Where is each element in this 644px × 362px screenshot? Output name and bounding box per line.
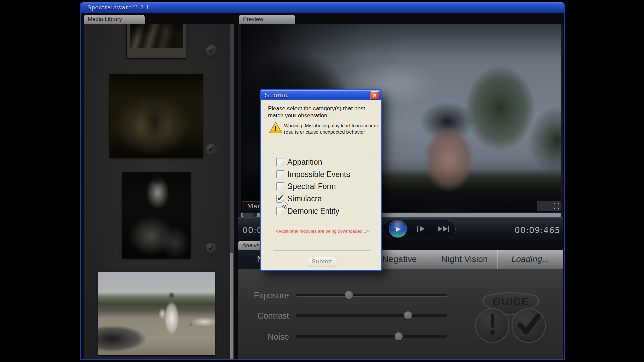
thumbnail-photo-4[interactable]	[98, 272, 215, 355]
option-label: Spectral Form	[287, 182, 336, 191]
submit-button[interactable]: Submit	[308, 257, 336, 266]
thumbnail-photo-3[interactable]	[122, 172, 190, 258]
thumbnail-photo-1[interactable]	[127, 24, 186, 58]
thumbnail-3-check-badge[interactable]: ✔	[206, 243, 217, 254]
skip-to-end-button[interactable]	[437, 225, 451, 234]
zoom-out-icon[interactable]: −	[539, 202, 542, 210]
exposure-slider[interactable]	[296, 294, 447, 296]
exclamation-icon	[491, 314, 494, 328]
submit-dialog: Submit ✕ Please select the category(s) t…	[260, 89, 382, 271]
transport-separator	[433, 222, 433, 235]
option-label: Impossible Events	[287, 170, 350, 179]
desktop: SpectralAware™ 2.1 Media Library Preview…	[0, 0, 644, 362]
slider-row-contrast: Contrast	[238, 310, 473, 323]
step-forward-button[interactable]	[416, 225, 425, 234]
checkbox-apparition[interactable]: ✔	[276, 158, 284, 166]
app-title: SpectralAware™ 2.1	[87, 4, 149, 11]
slider-row-noise: Noise	[238, 330, 473, 344]
exposure-slider-handle[interactable]	[345, 291, 353, 299]
check-icon: ✔	[209, 47, 214, 54]
close-icon: ✕	[373, 92, 377, 98]
option-label: Apparition	[287, 158, 322, 167]
play-button[interactable]: ▶	[389, 220, 407, 238]
seek-handle[interactable]	[253, 213, 257, 217]
zoom-in-icon[interactable]: +	[546, 202, 550, 210]
dialog-title: Submit	[265, 91, 288, 99]
contrast-slider-handle[interactable]	[404, 311, 412, 319]
dialog-close-button[interactable]: ✕	[370, 91, 379, 99]
option-label: Demonic Entity	[287, 207, 339, 216]
mouse-cursor	[281, 199, 289, 211]
dialog-prompt: Please select the category(s) that best …	[268, 105, 376, 119]
thumbnail-1-check-badge[interactable]: ✔	[206, 45, 217, 57]
media-library-panel: ✔ ✔ ✔	[84, 24, 234, 359]
guide-cluster: GUIDE	[471, 288, 551, 348]
thumbnail-photo-1-image	[130, 24, 183, 48]
guide-label: GUIDE	[493, 296, 529, 308]
contrast-slider[interactable]	[296, 314, 447, 317]
tab-preview[interactable]: Preview	[239, 15, 295, 24]
exclamation-dot	[490, 330, 495, 335]
check-icon: ✔	[209, 146, 214, 153]
exposure-label: Exposure	[238, 291, 289, 300]
adjustment-panel: Exposure Contrast Noise	[238, 269, 563, 359]
contrast-label: Contrast	[238, 311, 289, 321]
noise-slider[interactable]	[296, 335, 447, 338]
library-scrollbar[interactable]	[230, 24, 234, 359]
download-status-text: <Additional modules are being downloaded…	[273, 229, 371, 234]
slider-row-exposure: Exposure	[238, 289, 473, 303]
checkbox-impossible-events[interactable]: ✔	[276, 170, 284, 178]
fullscreen-icon[interactable]	[554, 203, 559, 209]
thumbnail-photo-2[interactable]	[110, 74, 203, 158]
noise-label: Noise	[238, 332, 289, 342]
noise-slider-handle[interactable]	[395, 332, 403, 340]
checkbox-spectral-form[interactable]: ✔	[276, 182, 284, 190]
filter-item-night-vision[interactable]: Night Vision	[432, 250, 497, 269]
library-scrollbar-thumb[interactable]	[230, 253, 233, 359]
time-remaining: 00:09:465	[515, 225, 560, 235]
filter-item-loading[interactable]: Loading...	[497, 250, 563, 269]
option-label: Simulacra	[287, 194, 322, 203]
tab-media-library[interactable]: Media Library	[84, 15, 145, 24]
check-icon: ✔	[209, 244, 214, 252]
thumbnail-2-check-badge[interactable]: ✔	[206, 144, 217, 156]
warning-icon: !	[269, 122, 283, 134]
app-titlebar[interactable]: SpectralAware™ 2.1	[81, 2, 564, 13]
warning-exclamation: !	[274, 124, 276, 133]
dialog-warning-text: Warning: Mislabeling may lead to inaccur…	[284, 123, 381, 135]
dialog-titlebar[interactable]: Submit ✕	[261, 90, 381, 100]
video-zoom-controls: − +	[537, 201, 561, 211]
play-icon: ▶	[396, 220, 401, 237]
